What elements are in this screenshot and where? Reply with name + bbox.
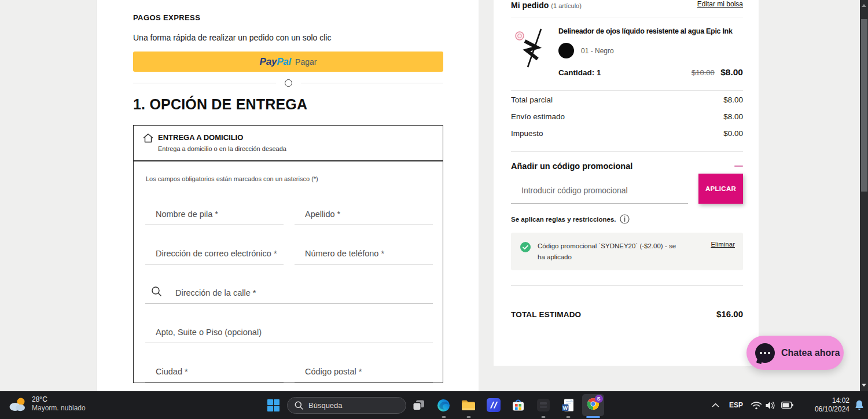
estimated-total-value: $16.00 bbox=[716, 309, 743, 319]
edge-taskbar-item[interactable] bbox=[431, 391, 456, 419]
last-name-input[interactable] bbox=[305, 210, 433, 219]
required-fields-note: Los campos obligatorios están marcados c… bbox=[146, 175, 443, 182]
chrome-profile-badge: S bbox=[595, 395, 603, 403]
scroll-down-arrow-icon[interactable] bbox=[860, 381, 868, 389]
email-input[interactable] bbox=[156, 249, 284, 258]
microsoft-store-icon bbox=[512, 399, 525, 412]
street-address-input[interactable] bbox=[175, 288, 433, 297]
postal-code-input[interactable] bbox=[305, 367, 433, 376]
house-icon bbox=[143, 133, 153, 143]
promo-section-title: Añadir un código promocional bbox=[511, 161, 632, 171]
home-delivery-option[interactable]: ENTREGA A DOMICILIO Entrega a domicilio … bbox=[134, 126, 443, 161]
tax-row: Impuesto$0.00 bbox=[511, 129, 743, 146]
windows-taskbar: 28°C Mayorm. nublado bbox=[0, 391, 868, 419]
promo-applied-banner: Código promocional `SYDNEY20` (-$2.00) -… bbox=[511, 233, 743, 270]
edit-bag-link[interactable]: Editar mi bolsa bbox=[697, 0, 743, 8]
product-name: Delineador de ojos líquido resistente al… bbox=[558, 27, 743, 35]
start-button[interactable] bbox=[262, 394, 285, 417]
notification-bell-item[interactable] bbox=[855, 391, 864, 419]
paypal-pay-button[interactable]: PayPal Pagar bbox=[133, 52, 443, 72]
apt-suite-input[interactable] bbox=[156, 328, 433, 337]
battery-tray-item[interactable] bbox=[781, 391, 793, 419]
chat-bubble-icon bbox=[755, 343, 775, 363]
wifi-icon bbox=[751, 401, 762, 410]
task-view-icon bbox=[413, 400, 425, 411]
first-name-field-wrap bbox=[145, 193, 284, 225]
taskbar-search-box[interactable] bbox=[287, 397, 406, 414]
file-explorer-taskbar-item[interactable] bbox=[456, 391, 481, 419]
word-taskbar-item[interactable]: W bbox=[556, 391, 580, 419]
edge-icon bbox=[437, 399, 450, 412]
search-icon bbox=[151, 286, 162, 297]
subtotal-row: Total parcial$8.00 bbox=[511, 95, 743, 112]
taskbar-search-input[interactable] bbox=[308, 401, 395, 410]
task-view-button[interactable] bbox=[406, 391, 431, 419]
original-price: $10.00 bbox=[692, 68, 715, 77]
info-icon[interactable] bbox=[620, 214, 630, 224]
price-group: $10.00 $8.00 bbox=[692, 67, 743, 78]
city-field-wrap bbox=[145, 350, 284, 383]
cart-item: Delineador de ojos líquido resistente al… bbox=[511, 27, 743, 78]
volume-tray-item[interactable] bbox=[766, 391, 777, 419]
promo-collapse-minus-icon[interactable] bbox=[734, 166, 743, 167]
express-payments-title: PAGOS EXPRESS bbox=[133, 13, 443, 22]
svg-text:W: W bbox=[562, 405, 568, 410]
chrome-taskbar-item[interactable]: S bbox=[580, 391, 605, 419]
shipping-row: Envío estimado$8.00 bbox=[511, 112, 743, 129]
wifi-tray-item[interactable] bbox=[751, 391, 762, 419]
dark-app-icon bbox=[537, 399, 550, 411]
city-input[interactable] bbox=[156, 367, 284, 376]
order-totals: Total parcial$8.00 Envío estimado$8.00 I… bbox=[511, 91, 743, 146]
remove-promo-link[interactable]: Eliminar bbox=[711, 241, 735, 248]
page-scrollbar[interactable] bbox=[860, 0, 868, 391]
phone-field-wrap bbox=[295, 232, 433, 264]
sale-price: $8.00 bbox=[720, 67, 743, 77]
microsoft-store-taskbar-item[interactable] bbox=[506, 391, 531, 419]
word-icon: W bbox=[561, 399, 575, 412]
quantity-label: Cantidad: 1 bbox=[558, 68, 601, 77]
check-circle-icon bbox=[520, 242, 531, 252]
paypal-logo: Pay bbox=[260, 56, 277, 68]
clock-widget[interactable]: 14:02 06/10/2024 bbox=[801, 391, 849, 419]
notification-bell-icon bbox=[855, 400, 864, 411]
address-form: Los campos obligatorios están marcados c… bbox=[134, 175, 443, 383]
delivery-method-box: ENTREGA A DOMICILIO Entrega a domicilio … bbox=[133, 125, 443, 383]
battery-icon bbox=[781, 402, 793, 409]
weather-condition: Mayorm. nublado bbox=[32, 404, 86, 413]
scrollbar-thumb[interactable] bbox=[861, 19, 867, 192]
weather-temperature: 28°C bbox=[32, 395, 86, 404]
weather-partly-cloudy-icon bbox=[8, 396, 27, 412]
checkout-main-column: PAGOS EXPRESS Una forma rápida de realiz… bbox=[97, 0, 479, 391]
promo-code-input[interactable] bbox=[521, 186, 688, 195]
or-circle-icon bbox=[285, 79, 292, 87]
running-indicator bbox=[442, 416, 446, 418]
order-summary-panel: Mi pedido(1 artículo) Editar mi bolsa De… bbox=[494, 0, 759, 366]
delivery-option-heading: 1. OPCIÓN DE ENTREGA bbox=[133, 96, 443, 113]
tray-overflow-chevron[interactable] bbox=[712, 391, 719, 419]
blue-a-app-icon bbox=[487, 398, 501, 412]
street-field-wrap bbox=[145, 271, 433, 304]
active-window-indicator bbox=[586, 416, 600, 418]
scroll-up-arrow-icon[interactable] bbox=[860, 1, 868, 9]
apply-promo-button[interactable]: APLICAR bbox=[698, 174, 743, 204]
order-summary-title: Mi pedido(1 artículo) bbox=[511, 0, 582, 10]
dark-app-taskbar-item[interactable] bbox=[531, 391, 556, 419]
weather-widget[interactable]: 28°C Mayorm. nublado bbox=[8, 395, 86, 413]
phone-input[interactable] bbox=[305, 249, 433, 258]
shade-name: 01 - Negro bbox=[581, 47, 614, 55]
estimated-total-label: TOTAL ESTIMADO bbox=[511, 310, 581, 319]
file-explorer-icon bbox=[461, 399, 476, 411]
chat-now-button[interactable]: Chatea ahora bbox=[746, 336, 844, 370]
chat-now-label: Chatea ahora bbox=[781, 348, 840, 358]
first-name-input[interactable] bbox=[156, 210, 284, 219]
blue-a-app-taskbar-item[interactable] bbox=[481, 391, 506, 419]
delivery-option-title: ENTREGA A DOMICILIO bbox=[158, 133, 286, 142]
running-indicator bbox=[566, 416, 570, 418]
email-field-wrap bbox=[145, 232, 284, 264]
promo-rules-note: Se aplican reglas y restricciones. bbox=[511, 216, 616, 223]
language-indicator[interactable]: ESP bbox=[729, 391, 743, 419]
speaker-icon bbox=[766, 401, 777, 410]
tray-date: 06/10/2024 bbox=[815, 405, 849, 414]
or-divider bbox=[133, 79, 443, 87]
tray-time: 14:02 bbox=[815, 396, 849, 405]
